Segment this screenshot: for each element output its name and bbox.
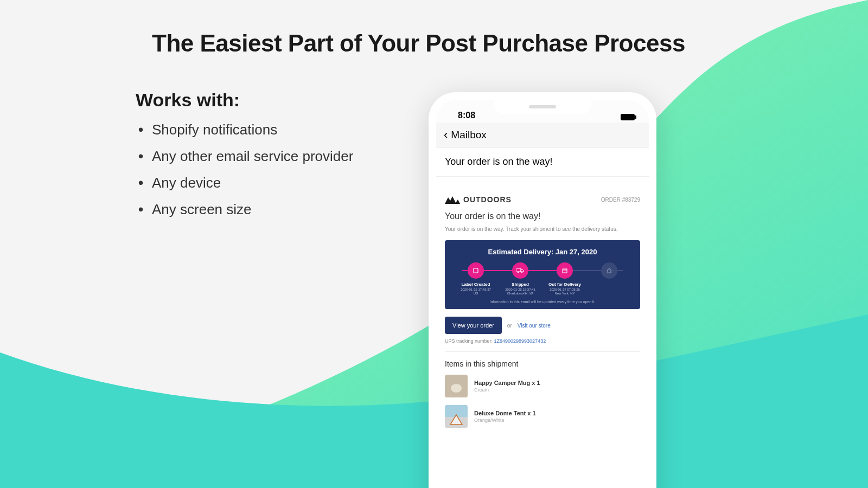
items-title: Items in this shipment [445, 359, 640, 368]
step-shipped: Shipped 2020-01-25 18:37:41Charlottesvil… [498, 262, 542, 296]
estimated-delivery: Estimated Delivery: Jan 27, 2020 [451, 248, 634, 256]
email-description: Your order is on the way. Track your shi… [445, 226, 640, 233]
truck-icon [516, 268, 524, 273]
svg-rect-4 [563, 269, 567, 273]
tracking-timeline: Label Created 2020-01-25 17:45:37US Ship… [451, 262, 634, 296]
cta-or: or [507, 323, 512, 329]
chevron-left-icon[interactable]: ‹ [444, 128, 448, 142]
item-thumb-tent [445, 405, 468, 428]
tracking-number-link[interactable]: 1Z84900298993027432 [494, 338, 546, 344]
email-body: OUTDOORS ORDER #83729 Your order is on t… [436, 177, 649, 444]
item-variant: Orange/White [474, 418, 536, 423]
email-subject: Your order is on the way! [436, 147, 649, 177]
item-name: Deluxe Dome Tent x 1 [474, 410, 536, 416]
order-number: ORDER #83729 [601, 197, 640, 203]
home-icon [606, 267, 612, 274]
svg-rect-1 [516, 268, 521, 272]
phone-notch [494, 100, 591, 114]
tracking-box: Estimated Delivery: Jan 27, 2020 Label C… [445, 240, 640, 309]
email-title: Your order is on the way! [445, 211, 640, 221]
page-title: The Easiest Part of Your Post Purchase P… [152, 30, 868, 57]
mailbox-title: Mailbox [451, 129, 486, 141]
mail-nav-bar[interactable]: ‹ Mailbox [436, 123, 649, 147]
status-time: 8:08 [458, 111, 475, 120]
item-name: Happy Camper Mug x 1 [474, 380, 540, 386]
step-delivered [587, 262, 631, 282]
visit-store-link[interactable]: Visit our store [518, 323, 551, 329]
svg-point-6 [451, 384, 462, 393]
phone-screen: 8:08 ‹ Mailbox Your order is on the way!… [436, 100, 649, 488]
mountain-icon [445, 195, 460, 204]
phone-frame: 8:08 ‹ Mailbox Your order is on the way!… [429, 92, 656, 488]
step-out-for-delivery: Out for Delivery 2020-01-27 07:08:26New … [542, 262, 587, 296]
box-icon [561, 267, 568, 274]
battery-icon [621, 114, 635, 120]
svg-rect-0 [474, 268, 478, 273]
divider [445, 351, 640, 352]
brand-name: OUTDOORS [463, 195, 512, 204]
step-label-created: Label Created 2020-01-25 17:45:37US [454, 262, 498, 296]
item-thumb-mug [445, 375, 468, 397]
label-icon [473, 267, 479, 274]
item-row: Happy Camper Mug x 1 Cream [445, 375, 640, 397]
item-variant: Cream [474, 387, 540, 393]
brand-logo: OUTDOORS [445, 195, 512, 204]
svg-point-3 [521, 272, 522, 273]
view-order-button[interactable]: View your order [445, 317, 502, 334]
item-row: Deluxe Dome Tent x 1 Orange/White [445, 405, 640, 428]
svg-point-2 [518, 272, 519, 273]
tracking-number-line: UPS tracking number: 1Z84900298993027432 [445, 338, 640, 344]
tracking-note: Information in this email will be update… [451, 300, 634, 304]
